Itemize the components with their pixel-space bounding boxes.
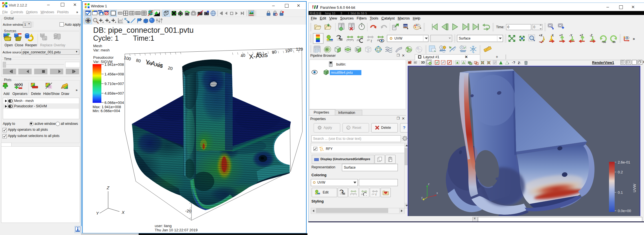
svg-text:y: y [421,196,423,199]
svg-text:0.2: 0.2 [618,170,623,174]
svg-text:1.941e+008: 1.941e+008 [104,62,124,67]
svg-text:Min: 6.066e+004: Min: 6.066e+004 [93,109,120,113]
svg-text:80: 80 [136,58,141,63]
svg-text:UVW: UVW [394,36,403,40]
svg-text:+X: +X [539,34,543,37]
svg-text:op(x): op(x) [14,82,23,86]
svg-text:X: X [121,210,125,215]
svg-text:·?: ·? [512,60,515,65]
svg-text:t: t [376,192,377,196]
svg-text:3D: 3D [421,61,425,64]
svg-text:-90: -90 [612,41,615,43]
svg-text:1: 1 [356,48,358,51]
svg-text:Time:: Time: [496,25,505,29]
svg-text:100: 100 [285,47,293,53]
svg-text:2: 2 [518,61,520,65]
svg-text:0.0e+00: 0.0e+00 [618,209,631,213]
svg-text:2: 2 [339,35,341,40]
svg-text:Thu Jan 10 12:22:07 2019: Thu Jan 10 12:22:07 2019 [155,228,198,232]
svg-text:1.456e+008: 1.456e+008 [104,72,124,76]
svg-text:Surface: Surface [459,36,471,40]
svg-text:RenderView1: RenderView1 [592,61,614,65]
svg-text:z: z [428,182,429,186]
svg-text:2: 2 [341,190,344,194]
svg-text:9.710e+007: 9.710e+007 [104,82,124,86]
svg-text:2.6e-01: 2.6e-01 [618,160,630,164]
svg-text:0: 0 [507,25,509,29]
svg-text:+90: +90 [602,41,606,43]
svg-text:Z: Z [106,185,110,190]
svg-text:120: 120 [296,47,303,51]
svg-text:6.066e+004: 6.066e+004 [104,101,124,105]
svg-text:t: t [371,38,372,43]
svg-text:s: s [115,21,116,23]
svg-text:x: x [436,192,438,195]
svg-text:Y: Y [96,211,99,216]
svg-text:z: z [102,21,104,23]
svg-text:80: 80 [272,49,277,55]
svg-text:Y-Axis: Y-Axis [145,58,164,69]
svg-text:UVW: UVW [632,184,637,192]
svg-text:20: 20 [167,65,173,71]
svg-text:Max: 1.941e+008: Max: 1.941e+008 [93,105,121,109]
svg-text:»: » [633,36,635,41]
svg-text:user: liang: user: liang [155,224,172,228]
svg-text:X-Axis: X-Axis [248,51,268,60]
svg-text:-20: -20 [185,208,191,213]
svg-text:4.858e+007: 4.858e+007 [104,91,124,95]
svg-text:0: 0 [533,25,535,29]
svg-text:0.1: 0.1 [618,190,623,195]
svg-text:N: N [109,21,110,23]
svg-text:40: 40 [240,53,246,58]
